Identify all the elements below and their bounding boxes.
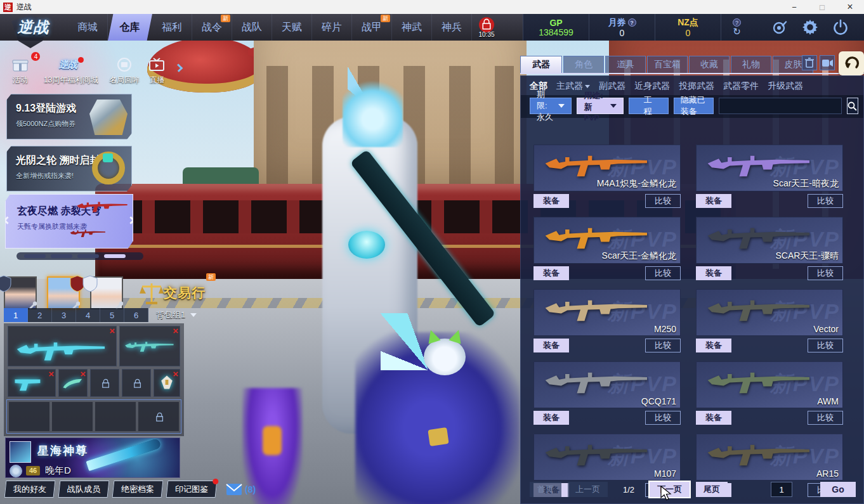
banner-carousel-indicator[interactable] [16,252,143,260]
shortcut-match-replay[interactable]: 名局回眸 [105,56,144,86]
grenade-slot-locked[interactable] [90,369,119,397]
hide-equipped-button[interactable]: 隐藏已装备 [674,98,714,114]
tab-collection[interactable]: 收藏 [689,56,730,73]
equip-button[interactable]: 装备 [696,339,731,352]
minimize-button[interactable]: − [780,0,808,14]
help-icon[interactable]: ? [628,18,636,27]
weapon-thumbnail[interactable]: 新PVP AR15 [696,434,843,481]
bag-group-selector[interactable]: 背包组1 [156,309,197,321]
remove-item-icon[interactable]: × [173,326,178,335]
shortcut-anniversary-mall[interactable]: 逆战 13周年福利商城 [36,56,105,86]
prev-page-button[interactable]: 上一页 [568,482,608,497]
nav-item-fragments[interactable]: 碎片 [312,14,352,41]
weapon-thumbnail[interactable]: 新PVP Vector [696,289,843,336]
carousel-dot[interactable] [77,254,99,258]
back-button[interactable] [839,51,864,75]
page-number-input[interactable] [771,482,792,497]
weapon-thumbnail[interactable]: 新PVP AWM [696,361,843,408]
extra-slot-3[interactable] [95,402,136,431]
secret-files-button[interactable]: 绝密档案 [112,481,164,498]
bag-tab-4[interactable]: 4 [76,308,100,322]
banner-time-wheel[interactable]: 光阴之轮 溯时启封 全新增伤戒指来袭! [6,146,132,191]
compare-button[interactable]: 比较 [808,266,843,280]
tab-gifts[interactable]: 礼物 [731,56,771,73]
go-button[interactable]: Go [820,482,856,497]
compare-button[interactable]: 比较 [645,339,681,352]
trash-button[interactable] [802,55,817,70]
weapon-thumbnail[interactable]: 新PVP M250 [533,289,681,336]
my-friends-button[interactable]: 我的好友 [4,481,56,498]
character-slot-3[interactable] [90,276,123,309]
character-slot-1[interactable] [4,276,37,309]
power-icon[interactable] [832,19,849,36]
shortcut-activity[interactable]: 4 活动 [4,56,36,86]
nav-item-talent[interactable]: 天赋 [272,14,312,41]
equip-button[interactable]: 装备 [533,411,569,425]
compare-button[interactable]: 比较 [645,194,681,208]
maximize-button[interactable]: □ [808,0,836,14]
tab-items[interactable]: 道具 [605,56,646,73]
security-lock[interactable]: 10:35 [472,14,501,41]
character-slot-2-selected[interactable] [47,276,80,309]
subfilter-melee[interactable]: 近身武器 [634,81,670,92]
nav-item-armor[interactable]: 战甲新 [352,14,392,41]
tab-treasure-box[interactable]: 百宝箱 [647,56,688,73]
search-button[interactable] [847,98,858,114]
bag-tab-1[interactable]: 1 [4,308,28,322]
search-input[interactable] [719,98,842,114]
carousel-dot-active[interactable] [104,254,126,258]
subfilter-parts[interactable]: 武器零件 [723,81,759,92]
nav-item-welfare[interactable]: 福利 [152,14,192,41]
shortcut-live-stream[interactable]: 直播 [143,56,170,86]
compare-button[interactable]: 比较 [645,266,681,280]
compare-button[interactable]: 比较 [808,411,843,425]
nav-item-mall[interactable]: 商城 [68,14,108,41]
remove-item-icon[interactable]: × [173,370,178,378]
paint-icon[interactable] [771,19,788,36]
first-page-button[interactable]: 首页 [530,482,561,497]
close-button[interactable]: × [836,0,864,14]
subfilter-upgrade[interactable]: 升级武器 [768,81,803,92]
weapon-thumbnail[interactable]: 新PVP QCQ171 [533,361,681,408]
mark-collection-button[interactable]: 印记图鉴 [166,481,218,498]
banner-login-reward[interactable]: 9.13登陆游戏 领5000NZ点购物券 [6,94,132,139]
banner-skin-event[interactable]: 玄夜尽燃 赤裂天穹 天甄专属换肤震撼来袭 [5,194,133,249]
equip-button[interactable]: 装备 [696,194,731,208]
nav-item-clan[interactable]: 战队 [232,14,272,41]
tab-weapons[interactable]: 武器 [520,56,562,73]
carousel-dot[interactable] [24,254,46,258]
nav-item-shenbing[interactable]: 神兵 [432,14,472,41]
trade-house-button[interactable]: 交易行 新 [140,281,206,305]
bag-tab-3[interactable]: 3 [52,308,76,322]
remove-item-icon[interactable]: × [109,326,115,335]
primary-weapon-slot-1[interactable]: × [8,326,117,366]
special-item-slot[interactable]: × [154,369,180,397]
subfilter-throwing[interactable]: 投掷武器 [679,81,714,92]
bag-tab-5[interactable]: 5 [100,308,124,322]
project-filter-button[interactable]: 工程 [629,98,668,114]
duration-filter-dropdown[interactable]: 期限:永久 [530,98,572,114]
remove-item-icon[interactable]: × [80,370,86,378]
extra-slot-2[interactable] [52,402,93,431]
equip-button[interactable]: 装备 [533,339,569,352]
equip-button[interactable]: 装备 [696,411,731,425]
bag-tab-2[interactable]: 2 [28,308,52,322]
carousel-dot[interactable] [51,254,72,258]
mail-button[interactable]: (8) [226,483,256,496]
nav-item-warehouse[interactable]: 仓库 [108,14,152,41]
equip-button[interactable]: 装备 [696,266,731,280]
nav-item-shenwu[interactable]: 神武 [392,14,432,41]
primary-weapon-slot-2[interactable]: × [119,326,180,366]
next-page-button[interactable]: 下一页 [650,482,690,497]
remove-item-icon[interactable]: × [48,370,54,378]
last-page-button[interactable]: 尾页 [696,482,728,497]
grenade-slot-locked[interactable] [122,369,151,397]
weapon-thumbnail[interactable]: 新PVP Scar天王-金鳞化龙 [533,217,681,264]
pistol-slot[interactable]: × [8,369,56,397]
weapon-thumbnail[interactable]: 新PVP Scar天王-暗夜龙 [696,145,843,191]
showcase-video-button[interactable] [820,55,835,70]
gear-icon[interactable] [802,19,818,36]
weapon-thumbnail[interactable]: 新PVP M4A1炽鬼-金鳞化龙 [533,145,681,191]
usage-filter-dropdown[interactable]: 用途:新PvP [577,98,624,114]
compare-button[interactable]: 比较 [808,194,843,208]
